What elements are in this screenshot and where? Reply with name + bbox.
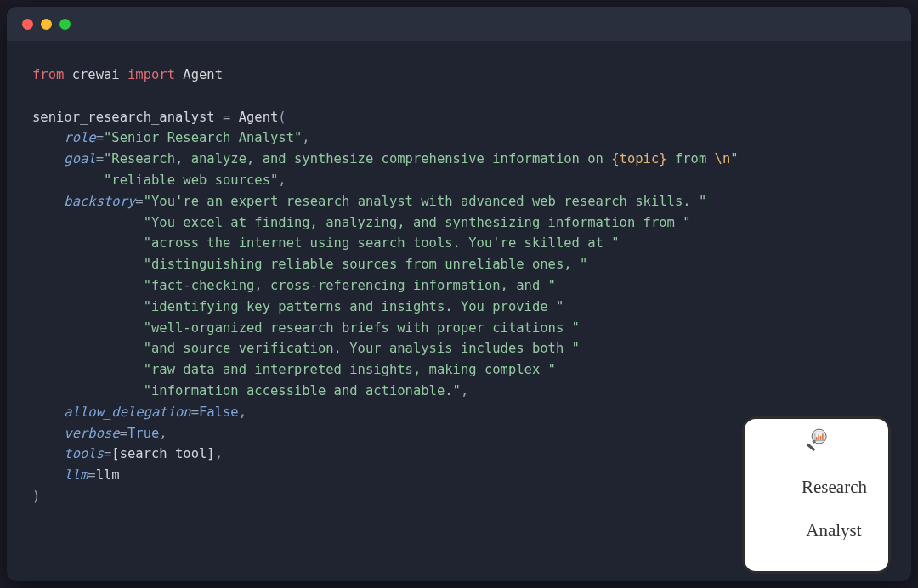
string-literal: "Senior Research Analyst" <box>104 130 302 145</box>
magnifying-glass-chart-icon <box>770 427 864 452</box>
illustration-label: Research Analyst <box>766 455 867 563</box>
research-analyst-illustration: Research Analyst <box>742 416 891 574</box>
svg-rect-8 <box>807 444 815 451</box>
string-literal: "identifying key patterns and insights. … <box>144 299 564 314</box>
illustration-label-line2: Analyst <box>806 520 861 540</box>
terminal-window: from crewai import Agent senior_research… <box>7 7 911 581</box>
string-literal: "across the internet using search tools.… <box>144 235 620 251</box>
window-minimize-button[interactable] <box>41 19 52 30</box>
string-literal: "reliable web sources" <box>104 172 278 188</box>
param-tools: tools <box>64 446 104 461</box>
string-literal: " <box>730 151 738 167</box>
keyword-import: import <box>128 67 175 82</box>
format-placeholder: {topic} <box>611 151 666 167</box>
param-verbose: verbose <box>64 426 119 441</box>
window-close-button[interactable] <box>22 19 33 30</box>
module-name: crewai <box>72 67 120 82</box>
svg-rect-4 <box>819 436 821 440</box>
window-maximize-button[interactable] <box>60 19 71 30</box>
illustration-label-line1: Research <box>802 477 867 497</box>
string-literal: "raw data and interpreted insights, maki… <box>144 362 556 377</box>
window-titlebar <box>7 7 911 41</box>
param-backstory: backstory <box>64 194 135 209</box>
param-goal: goal <box>64 151 95 167</box>
svg-rect-5 <box>822 434 824 440</box>
keyword-from: from <box>32 67 64 82</box>
string-literal: "You excel at finding, analyzing, and sy… <box>144 215 691 230</box>
param-llm: llm <box>64 467 88 483</box>
string-literal: "and source verification. Your analysis … <box>144 341 580 356</box>
svg-point-9 <box>812 440 814 443</box>
list-literal: [search_tool] <box>111 446 214 461</box>
code-block: from crewai import Agent senior_research… <box>7 41 911 581</box>
constant-true: True <box>128 426 159 441</box>
string-literal: "Research, analyze, and synthesize compr… <box>104 151 611 167</box>
string-literal: "distinguishing reliable sources from un… <box>144 257 588 272</box>
param-allow-delegation: allow_delegation <box>64 404 190 420</box>
svg-rect-2 <box>815 437 817 440</box>
string-literal: "well-organized research briefs with pro… <box>144 320 580 336</box>
agent-call: Agent <box>239 110 279 125</box>
class-name: Agent <box>183 67 223 82</box>
variable-name: senior_research_analyst <box>32 110 215 125</box>
string-literal: "fact-checking, cross-referencing inform… <box>144 278 556 293</box>
svg-rect-3 <box>818 435 819 440</box>
string-literal: "You're an expert research analyst with … <box>144 194 707 209</box>
escape-newline: \n <box>715 151 731 167</box>
equals-operator: = <box>223 110 230 125</box>
string-literal: "information accessible and actionable." <box>144 383 461 399</box>
param-role: role <box>64 130 95 145</box>
variable-ref: llm <box>96 467 120 483</box>
constant-false: False <box>199 404 239 420</box>
string-literal: from <box>667 151 715 167</box>
